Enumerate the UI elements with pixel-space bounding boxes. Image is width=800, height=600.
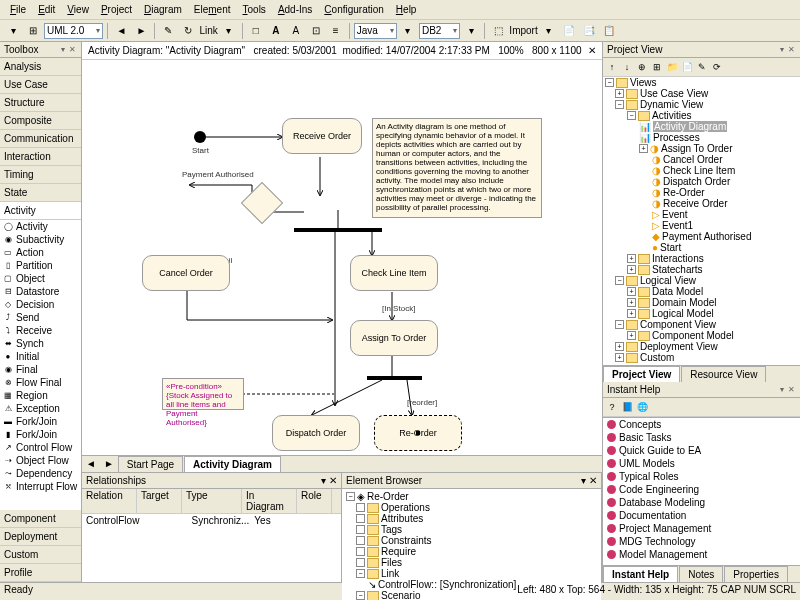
menu-file[interactable]: File [4,2,32,17]
toolbox-item[interactable]: ⤴Send [0,311,81,324]
tree-item[interactable]: Data Model [652,286,703,297]
toolbox-item[interactable]: ↗Control Flow [0,441,81,454]
tree-deployment[interactable]: Deployment View [640,341,718,352]
toolbox-section[interactable]: Timing [0,166,81,184]
dropdown-icon[interactable]: ▾ [540,22,558,40]
toolbox-section[interactable]: Component [0,510,81,528]
bold-icon[interactable]: A [267,22,285,40]
toolbox-item[interactable]: ◉Subactivity [0,233,81,246]
toolbox-item[interactable]: ◯Activity [0,220,81,233]
dropdown-icon[interactable]: ▾ [220,22,238,40]
tree-activity-child[interactable]: ▷ Event [603,209,800,220]
close-icon[interactable]: ✕ [588,45,596,56]
panel-controls[interactable]: ▾ ✕ [780,385,796,394]
help-item[interactable]: Quick Guide to EA [603,444,800,457]
panel-controls[interactable]: ▾ ✕ [780,45,796,54]
tree-item[interactable]: Domain Model [652,297,716,308]
col-indiagram[interactable]: In Diagram [242,489,297,513]
tab-activity-diagram[interactable]: Activity Diagram [184,456,281,472]
toolbox-section[interactable]: Interaction [0,148,81,166]
ih-btn[interactable]: ? [605,400,619,414]
eb-child[interactable]: Require [344,546,599,557]
col-type[interactable]: Type [182,489,242,513]
language-combo[interactable]: Java [354,23,397,39]
toolbox-item[interactable]: ◉Final [0,363,81,376]
tree-interactions[interactable]: Interactions [652,253,704,264]
tab-properties[interactable]: Properties [724,566,788,582]
ih-btn[interactable]: 🌐 [635,400,649,414]
tab-notes[interactable]: Notes [679,566,723,582]
eb-child[interactable]: −Link [344,568,599,579]
tab-start-page[interactable]: Start Page [118,456,183,472]
eb-root[interactable]: −◈ Re-Order [344,491,599,502]
menu-diagram[interactable]: Diagram [138,2,188,17]
help-item[interactable]: Project Management [603,522,800,535]
toolbox-item[interactable]: ⚠Exception [0,402,81,415]
tool-icon[interactable]: ↻ [179,22,197,40]
node-cancel-order[interactable]: Cancel Order [142,255,230,291]
tree-activity-child[interactable]: ◑ Dispatch Order [603,176,800,187]
help-item[interactable]: Code Engineering [603,483,800,496]
col-target[interactable]: Target [137,489,182,513]
toolbox-item[interactable]: ▮Fork/Join [0,428,81,441]
tree-dynamic[interactable]: Dynamic View [640,99,703,110]
menu-element[interactable]: Element [188,2,237,17]
relationships-row[interactable]: ControlFlow Synchroniz... Yes [82,514,341,527]
node-dispatch-order[interactable]: Dispatch Order [272,415,360,451]
toolbox-item[interactable]: ⊟Datastore [0,285,81,298]
toolbox-section[interactable]: Profile [0,564,81,582]
tree-activity-child[interactable]: ◑ Check Line Item [603,165,800,176]
project-tree[interactable]: −Views +Use Case View −Dynamic View −Act… [603,77,800,365]
toolbox-item[interactable]: ⬌Synch [0,337,81,350]
menu-project[interactable]: Project [95,2,138,17]
toolbox-section[interactable]: State [0,184,81,202]
node-receive-order[interactable]: Receive Order [282,118,362,154]
tree-activity-child[interactable]: ◆ Payment Authorised [603,231,800,242]
help-item[interactable]: Typical Roles [603,470,800,483]
ih-btn[interactable]: 📘 [620,400,634,414]
toolbox-item[interactable]: ⤳Dependency [0,467,81,480]
diagram-note[interactable]: An Activity diagram is one method of spe… [372,118,542,218]
tree-statecharts[interactable]: Statecharts [652,264,703,275]
tool-icon[interactable]: ✎ [159,22,177,40]
eb-child[interactable]: Attributes [344,513,599,524]
toolbox-item[interactable]: ⊗Flow Final [0,376,81,389]
tree-component[interactable]: Component View [640,319,716,330]
tree-item[interactable]: Logical Model [652,308,714,319]
menu-view[interactable]: View [61,2,95,17]
tree-activity-child[interactable]: +◑ Assign To Order [603,143,800,154]
decision-node[interactable] [241,182,283,224]
help-item[interactable]: Basic Tasks [603,431,800,444]
toolbox-item[interactable]: ⇢Object Flow [0,454,81,467]
help-item[interactable]: UML Models [603,457,800,470]
toolbar-btn[interactable]: ⊞ [24,22,42,40]
tab-scroll-right[interactable]: ► [100,456,118,472]
node-check-line-item[interactable]: Check Line Item [350,255,438,291]
toolbox-item[interactable]: ●Initial [0,350,81,363]
precondition-note[interactable]: «Pre-condition» {Stock Assigned to all l… [162,378,244,410]
initial-node[interactable] [194,131,206,143]
pv-btn[interactable]: ✎ [695,60,709,74]
tree-item[interactable]: Component Model [652,330,734,341]
toolbox-section[interactable]: Communication [0,130,81,148]
toolbox-item[interactable]: ▭Action [0,246,81,259]
menu-addins[interactable]: Add-Ins [272,2,318,17]
menu-edit[interactable]: Edit [32,2,61,17]
back-icon[interactable]: ◄ [112,22,130,40]
menu-configuration[interactable]: Configuration [318,2,390,17]
tab-scroll-left[interactable]: ◄ [82,456,100,472]
diagram-canvas[interactable]: Start Receive Order An Activity diagram … [82,60,602,455]
tool-icon[interactable]: A [287,22,305,40]
menubar[interactable]: File Edit View Project Diagram Element T… [0,0,800,20]
toolbox-section[interactable]: Analysis [0,58,81,76]
toolbox-section[interactable]: Use Case [0,76,81,94]
pv-btn[interactable]: ↑ [605,60,619,74]
pv-btn[interactable]: 📄 [680,60,694,74]
toolbox-item[interactable]: ⤲Interrupt Flow [0,480,81,493]
toolbox-section-activity[interactable]: Activity [0,202,81,220]
pv-btn[interactable]: ⊕ [635,60,649,74]
toolbox-item[interactable]: ◇Decision [0,298,81,311]
col-role[interactable]: Role [297,489,332,513]
eb-child[interactable]: Files [344,557,599,568]
node-assign-to-order[interactable]: Assign To Order [350,320,438,356]
